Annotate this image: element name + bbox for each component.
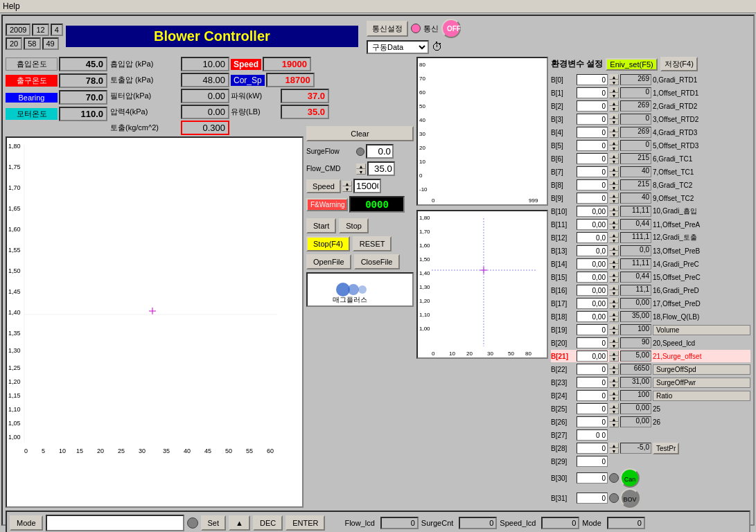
b15-up[interactable]: ▲	[609, 272, 619, 277]
b6-input[interactable]	[577, 153, 608, 164]
dec-button[interactable]: DEC	[253, 515, 283, 531]
b18-up[interactable]: ▲	[609, 311, 619, 317]
eniv-button[interactable]: Eniv_set(F5)	[606, 58, 657, 71]
flow-lcd-input[interactable]	[380, 517, 419, 529]
surge-cnt-input[interactable]	[459, 517, 497, 529]
b19-down[interactable]: ▼	[609, 330, 619, 335]
b9-down[interactable]: ▼	[609, 198, 619, 204]
mode-button[interactable]: Mode	[10, 515, 43, 531]
b2-input[interactable]	[577, 100, 608, 112]
b2-down[interactable]: ▼	[609, 106, 619, 112]
data-dropdown[interactable]: 구동Data 설정Data	[367, 40, 429, 54]
b10-up[interactable]: ▲	[609, 206, 619, 211]
b24-down[interactable]: ▼	[609, 396, 619, 401]
b3-down[interactable]: ▼	[609, 119, 619, 125]
b14-input[interactable]	[577, 258, 608, 269]
b29-input[interactable]	[577, 456, 608, 467]
b17-input[interactable]	[577, 298, 608, 309]
warning-button[interactable]: F&Warning	[306, 198, 348, 211]
comm-settings-button[interactable]: 통신설정	[367, 21, 408, 37]
b20-up[interactable]: ▲	[609, 337, 619, 343]
b17-down[interactable]: ▼	[609, 303, 619, 309]
b28-up[interactable]: ▲	[609, 443, 619, 448]
b0-input[interactable]	[577, 74, 608, 85]
b30-input[interactable]	[577, 472, 608, 484]
b0-up[interactable]: ▲	[609, 74, 619, 80]
b1-up[interactable]: ▲	[609, 87, 619, 93]
b17-up[interactable]: ▲	[609, 298, 619, 303]
clear-button[interactable]: Clear	[306, 126, 414, 141]
mode-lcd-input[interactable]	[607, 517, 645, 529]
b26-up[interactable]: ▲	[609, 416, 619, 422]
b20-input[interactable]	[577, 337, 608, 348]
testpr-button[interactable]: TestPr	[653, 443, 679, 454]
save-button[interactable]: 저장(F4)	[660, 57, 698, 71]
b7-down[interactable]: ▼	[609, 172, 619, 177]
b21-up[interactable]: ▲	[609, 351, 619, 356]
b26-input[interactable]	[577, 416, 608, 427]
b12-up[interactable]: ▲	[609, 232, 619, 238]
flow-cmd-input[interactable]	[367, 161, 395, 176]
b11-up[interactable]: ▲	[609, 219, 619, 224]
speed-down[interactable]: ▼	[342, 186, 352, 192]
b3-input[interactable]	[577, 114, 608, 125]
b9-up[interactable]: ▲	[609, 193, 619, 198]
b12-input[interactable]	[577, 232, 608, 243]
b7-up[interactable]: ▲	[609, 166, 619, 172]
b23-down[interactable]: ▼	[609, 382, 619, 388]
b16-up[interactable]: ▲	[609, 285, 619, 290]
closefile-button[interactable]: CloseFile	[354, 254, 400, 269]
b5-down[interactable]: ▼	[609, 145, 619, 151]
b23-input[interactable]	[577, 377, 608, 388]
b12-down[interactable]: ▼	[609, 238, 619, 243]
b24-up[interactable]: ▲	[609, 390, 619, 396]
openfile-button[interactable]: OpenFile	[306, 254, 351, 269]
b11-input[interactable]	[577, 219, 608, 230]
b8-down[interactable]: ▼	[609, 185, 619, 190]
b6-down[interactable]: ▼	[609, 159, 619, 164]
flow-cmd-down[interactable]: ▼	[356, 169, 366, 175]
b0-down[interactable]: ▼	[609, 80, 619, 85]
b19-input[interactable]	[577, 324, 608, 335]
b23-up[interactable]: ▲	[609, 377, 619, 382]
b27-input[interactable]	[577, 429, 608, 441]
b5-up[interactable]: ▲	[609, 140, 619, 145]
b15-down[interactable]: ▼	[609, 277, 619, 283]
b4-up[interactable]: ▲	[609, 127, 619, 132]
b3-up[interactable]: ▲	[609, 114, 619, 119]
b18-down[interactable]: ▼	[609, 317, 619, 322]
b22-down[interactable]: ▼	[609, 369, 619, 375]
b2-up[interactable]: ▲	[609, 100, 619, 106]
b21-down[interactable]: ▼	[609, 356, 619, 362]
speed-up[interactable]: ▲	[342, 181, 352, 186]
b22-input[interactable]	[577, 364, 608, 375]
b28-down[interactable]: ▼	[609, 448, 619, 454]
b21-input[interactable]	[577, 351, 608, 362]
b11-down[interactable]: ▼	[609, 224, 619, 230]
set-button[interactable]: Set	[201, 515, 227, 531]
bov-button[interactable]: BOV	[620, 488, 640, 508]
b10-down[interactable]: ▼	[609, 211, 619, 217]
speed-lcd-input[interactable]	[541, 517, 579, 529]
b26-down[interactable]: ▼	[609, 422, 619, 427]
b18-input[interactable]	[577, 311, 608, 322]
b25-down[interactable]: ▼	[609, 409, 619, 414]
b13-input[interactable]	[577, 245, 608, 256]
b1-down[interactable]: ▼	[609, 93, 619, 98]
up-arrow-button[interactable]: ▲	[229, 515, 250, 531]
b1-input[interactable]	[577, 87, 608, 98]
b4-input[interactable]	[577, 127, 608, 138]
b25-input[interactable]	[577, 403, 608, 414]
b6-up[interactable]: ▲	[609, 153, 619, 159]
stop-f4-button[interactable]: Stop(F4)	[306, 236, 350, 251]
b22-up[interactable]: ▲	[609, 364, 619, 369]
b20-down[interactable]: ▼	[609, 343, 619, 348]
b8-up[interactable]: ▲	[609, 179, 619, 185]
off-button[interactable]: OFF	[441, 19, 461, 38]
b8-input[interactable]	[577, 179, 608, 190]
help-menu[interactable]: Help	[3, 1, 20, 11]
b28-input[interactable]	[577, 443, 608, 454]
stop-button[interactable]: Stop	[339, 218, 369, 233]
b14-down[interactable]: ▼	[609, 264, 619, 269]
flow-cmd-up[interactable]: ▲	[356, 163, 366, 169]
